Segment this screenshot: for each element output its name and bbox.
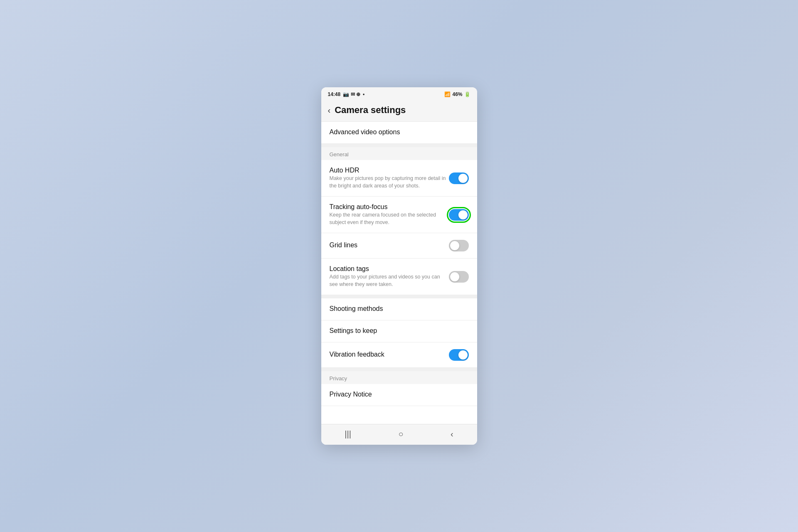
back-nav-button[interactable]: ‹ bbox=[451, 429, 453, 439]
separator-1 bbox=[321, 144, 477, 147]
wifi-icon: 📶 bbox=[444, 91, 451, 97]
location-tags-item[interactable]: Location tags Add tags to your pictures … bbox=[321, 259, 477, 295]
separator-2 bbox=[321, 295, 477, 298]
tracking-autofocus-desc: Keep the rear camera focused on the sele… bbox=[330, 212, 449, 226]
advanced-video-options-item[interactable]: Advanced video options bbox=[321, 122, 477, 144]
vibration-feedback-title: Vibration feedback bbox=[330, 351, 449, 358]
tracking-autofocus-title: Tracking auto-focus bbox=[330, 203, 449, 211]
grid-lines-item[interactable]: Grid lines bbox=[321, 233, 477, 259]
time: 14:48 bbox=[328, 91, 341, 97]
settings-to-keep-title: Settings to keep bbox=[330, 327, 469, 335]
location-tags-toggle[interactable] bbox=[449, 271, 469, 283]
status-right: 📶 46% 🔋 bbox=[444, 91, 470, 97]
menu-button[interactable]: ||| bbox=[345, 429, 351, 439]
separator-3 bbox=[321, 368, 477, 371]
back-button[interactable]: ‹ bbox=[328, 106, 331, 114]
tracking-autofocus-toggle[interactable] bbox=[449, 209, 469, 221]
status-icons: 📷 ✉ ⊕ bbox=[343, 91, 360, 97]
tracking-autofocus-item[interactable]: Tracking auto-focus Keep the rear camera… bbox=[321, 197, 477, 233]
settings-to-keep-item[interactable]: Settings to keep bbox=[321, 320, 477, 342]
vibration-feedback-item[interactable]: Vibration feedback bbox=[321, 342, 477, 368]
auto-hdr-desc: Make your pictures pop by capturing more… bbox=[330, 175, 449, 190]
dot: • bbox=[363, 91, 365, 97]
grid-lines-toggle[interactable] bbox=[449, 240, 469, 251]
auto-hdr-title: Auto HDR bbox=[330, 167, 449, 174]
privacy-label: Privacy bbox=[321, 371, 477, 384]
general-label: General bbox=[321, 147, 477, 160]
page-header: ‹ Camera settings bbox=[321, 100, 477, 122]
location-tags-title: Location tags bbox=[330, 265, 449, 273]
nav-bar: ||| ○ ‹ bbox=[321, 424, 477, 445]
status-bar: 14:48 📷 ✉ ⊕ • 📶 46% 🔋 bbox=[321, 87, 477, 100]
battery-icon: 🔋 bbox=[464, 91, 470, 97]
page-title: Camera settings bbox=[335, 105, 406, 116]
shooting-methods-item[interactable]: Shooting methods bbox=[321, 298, 477, 320]
settings-list: Advanced video options General Auto HDR … bbox=[321, 122, 477, 424]
phone-frame: 14:48 📷 ✉ ⊕ • 📶 46% 🔋 ‹ Camera settings … bbox=[321, 87, 477, 445]
shooting-methods-title: Shooting methods bbox=[330, 305, 469, 313]
privacy-notice-title: Privacy Notice bbox=[330, 391, 469, 398]
vibration-feedback-toggle[interactable] bbox=[449, 349, 469, 361]
grid-lines-title: Grid lines bbox=[330, 241, 449, 249]
status-left: 14:48 📷 ✉ ⊕ • bbox=[328, 91, 365, 97]
auto-hdr-item[interactable]: Auto HDR Make your pictures pop by captu… bbox=[321, 160, 477, 197]
advanced-video-options-title: Advanced video options bbox=[330, 128, 469, 136]
privacy-notice-item[interactable]: Privacy Notice bbox=[321, 384, 477, 406]
battery-text: 46% bbox=[452, 91, 462, 97]
home-button[interactable]: ○ bbox=[398, 429, 403, 439]
location-tags-desc: Add tags to your pictures and videos so … bbox=[330, 273, 449, 288]
auto-hdr-toggle[interactable] bbox=[449, 172, 469, 184]
